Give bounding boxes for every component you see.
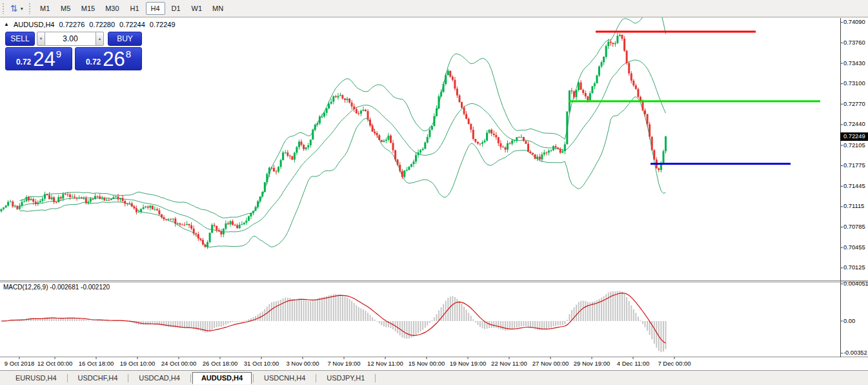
quote-low: 0.72244 (119, 21, 145, 28)
chart-symbol-label: AUDUSD,H4 (14, 21, 55, 28)
tf-button-h1[interactable]: H1 (125, 2, 145, 15)
sell-button[interactable]: SELL (5, 32, 35, 46)
tf-button-m30[interactable]: M30 (101, 2, 123, 15)
tf-button-mn[interactable]: MN (208, 2, 228, 15)
ask-price-small: 0.72 (86, 57, 101, 67)
tf-button-d1[interactable]: D1 (167, 2, 186, 15)
volume-input[interactable] (45, 32, 96, 46)
chart-arrows-button[interactable]: ⇅ ▾ (8, 3, 25, 14)
buy-button[interactable]: BUY (108, 32, 142, 46)
macd-tick-label: 0.00 (843, 318, 868, 324)
tab-separator (67, 374, 68, 382)
ask-price-sup: 8 (126, 49, 131, 59)
toolbar-gripper-2[interactable] (28, 3, 31, 14)
tab-separator (375, 374, 376, 382)
quote-open: 0.72276 (59, 21, 85, 28)
bid-price-small: 0.72 (16, 57, 31, 67)
chart-tabbar: EURUSD,H4 USDCHF,H4 USDCAD,H4 AUDUSD,H4 … (0, 370, 868, 385)
bollinger-middle-line (19, 60, 665, 232)
one-click-trading-panel: SELL ▼ ▲ BUY 0.72 24 9 0.72 26 8 (5, 32, 142, 70)
volume-increase-button[interactable]: ▲ (96, 32, 104, 46)
price-tick-label: 0.72440 (843, 121, 868, 127)
price-tick-label: 0.70785 (843, 224, 868, 230)
mt4-window: ⇅ ▾ M1 M5 M15 M30 H1 H4 D1 W1 MN ▲ AUDUS… (0, 0, 868, 385)
ask-price-big: 26 (103, 50, 125, 69)
tab-usdcnh-h4[interactable]: USDCNH,H4 (255, 372, 314, 384)
volume-decrease-button[interactable]: ▼ (37, 32, 45, 46)
tab-eurusd-h4[interactable]: EURUSD,H4 (6, 372, 66, 384)
price-tick-label: 0.73430 (843, 60, 868, 67)
dropdown-caret-icon: ▾ (21, 6, 23, 12)
tab-audusd-h4[interactable]: AUDUSD,H4 (192, 372, 252, 384)
tf-button-h4[interactable]: H4 (146, 2, 165, 15)
tab-usdcad-h4[interactable]: USDCAD,H4 (130, 372, 189, 384)
tab-separator (316, 374, 316, 382)
tf-button-w1[interactable]: W1 (187, 2, 207, 15)
ask-price-panel[interactable]: 0.72 26 8 (75, 47, 142, 70)
quote-high: 0.72280 (89, 21, 115, 28)
time-axis-label: 7 Dec 00:00 (647, 360, 701, 367)
price-tick-label: 0.71775 (843, 162, 868, 169)
price-tick-label: 0.74090 (843, 19, 868, 25)
price-tick-label: 0.73760 (843, 39, 868, 46)
price-tick-label: 0.70455 (843, 244, 868, 251)
tf-button-m1[interactable]: M1 (35, 2, 55, 15)
tab-separator (190, 374, 191, 382)
chart-quote-line: ▲ AUDUSD,H4 0.72276 0.72280 0.72244 0.72… (4, 21, 176, 28)
tab-usdchf-h4[interactable]: USDCHF,H4 (69, 372, 127, 384)
current-price-tag: 0.72249 (840, 132, 868, 141)
macd-indicator-label: MACD(12,26,9) -0.002681 -0.002120 (3, 284, 110, 291)
price-tick-label: 0.72770 (843, 101, 868, 107)
toolbar: ⇅ ▾ M1 M5 M15 M30 H1 H4 D1 W1 MN (0, 0, 868, 17)
price-tick-label: 0.70125 (843, 264, 868, 271)
price-tick-label: 0.72105 (843, 142, 868, 149)
collapse-arrow-icon[interactable]: ▲ (4, 22, 9, 27)
price-tick-label: 0.71115 (843, 203, 868, 209)
double-arrow-icon: ⇅ (10, 4, 18, 13)
macd-tick-label: 0.004051 (843, 280, 868, 287)
toolbar-gripper[interactable] (2, 3, 5, 14)
tf-button-m5[interactable]: M5 (56, 2, 76, 15)
bid-price-panel[interactable]: 0.72 24 9 (5, 47, 72, 70)
tab-separator (253, 374, 254, 382)
bid-price-big: 24 (33, 50, 55, 69)
bid-price-sup: 9 (56, 49, 61, 59)
price-tick-label: 0.71445 (843, 183, 868, 189)
price-tick-label: 0.73100 (843, 80, 868, 87)
caret-down-icon: ▼ (39, 37, 43, 41)
macd-tick-label: -0.00352 (843, 349, 868, 356)
quote-close: 0.72249 (150, 21, 176, 28)
tab-usdjpy-h1[interactable]: USDJPY,H1 (318, 372, 374, 384)
tf-button-m15[interactable]: M15 (77, 2, 99, 15)
axis-ticks (19, 23, 843, 359)
caret-up-icon: ▲ (98, 37, 102, 41)
tab-separator (128, 374, 128, 382)
macd-histogram (1, 291, 667, 352)
